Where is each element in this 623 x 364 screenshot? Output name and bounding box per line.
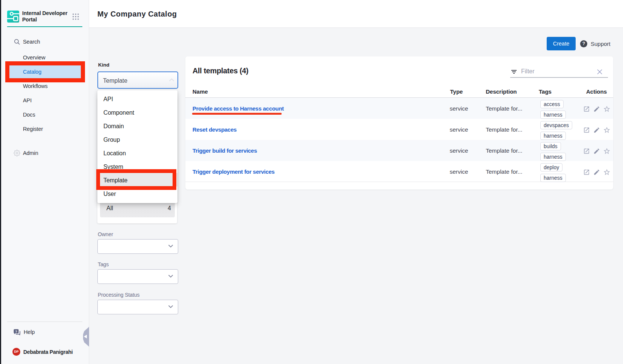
svg-text:?: ? <box>15 330 17 334</box>
